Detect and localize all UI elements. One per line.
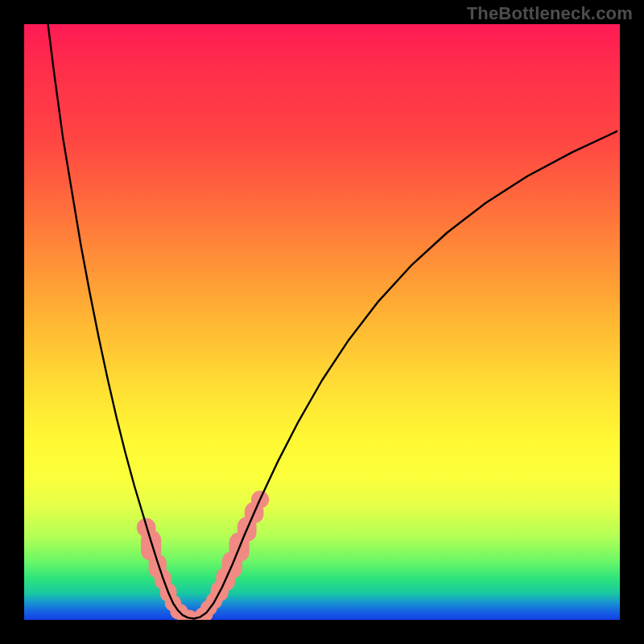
chart-frame: TheBottleneck.com — [0, 0, 644, 644]
curve-layer — [24, 24, 620, 620]
marker-layer — [137, 490, 269, 620]
watermark-text: TheBottleneck.com — [467, 3, 633, 24]
bottleneck-curve — [48, 24, 617, 619]
plot-area — [24, 24, 620, 620]
